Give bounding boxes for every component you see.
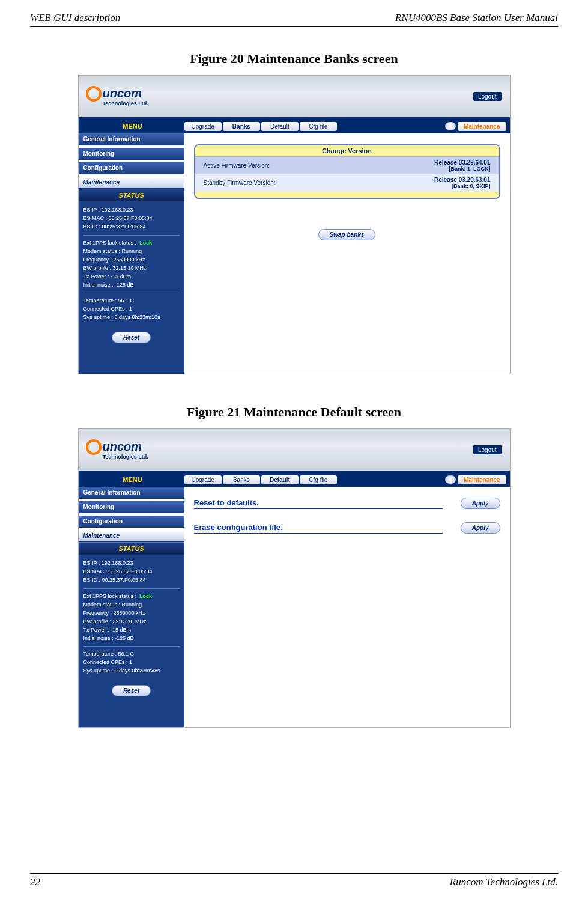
- nav-configuration[interactable]: Configuration: [79, 162, 184, 174]
- app-header: uncom Technologies Ltd. Logout: [79, 429, 510, 472]
- status-bs-ip: BS IP : 192.168.0.23: [83, 559, 180, 568]
- logo-swoosh-icon: [86, 86, 102, 102]
- status-bs-ip: BS IP : 192.168.0.23: [83, 206, 180, 215]
- status-temperature: Temperature : 56.1 C: [83, 650, 180, 659]
- menu-label: MENU: [82, 476, 183, 483]
- sidebar: General Information Monitoring Configura…: [79, 133, 184, 374]
- status-frequency: Frequency : 2560000 kHz: [83, 256, 180, 264]
- reset-button[interactable]: Reset: [112, 685, 151, 696]
- screenshot-banks: uncom Technologies Ltd. Logout MENU Upgr…: [78, 75, 511, 374]
- app-header: uncom Technologies Ltd. Logout: [79, 76, 510, 119]
- tab-cfg-file[interactable]: Cfg file: [300, 122, 337, 131]
- menu-bar: MENU Upgrade Banks Default Cfg file Main…: [79, 472, 510, 487]
- status-bw-profile: BW profile : 32:15 10 MHz: [83, 618, 180, 626]
- nav-general-information[interactable]: General Information: [79, 133, 184, 145]
- indicator-pill: Maintenance: [458, 475, 506, 484]
- erase-config-row: Erase configuration file. Apply: [194, 522, 500, 534]
- status-modem: Modem status : Running: [83, 601, 180, 609]
- tab-upgrade[interactable]: Upgrade: [184, 122, 222, 131]
- indicator-pill: Maintenance: [458, 122, 506, 131]
- active-firmware-value: Release 03.29.64.01 [Bank: 1, LOCK]: [434, 159, 490, 172]
- tab-upgrade[interactable]: Upgrade: [184, 475, 222, 484]
- active-firmware-label: Active Firmware Version:: [204, 162, 270, 169]
- status-connected-cpes: Connected CPEs : 1: [83, 305, 180, 314]
- menu-bar: MENU Upgrade Banks Default Cfg file Main…: [79, 119, 510, 133]
- status-initial-noise: Initial noise : -125 dB: [83, 281, 180, 290]
- logo-swoosh-icon: [86, 439, 102, 455]
- header-right: RNU4000BS Base Station User Manual: [395, 12, 558, 24]
- header-left: WEB GUI description: [30, 12, 120, 24]
- status-header: STATUS: [79, 542, 184, 555]
- standby-firmware-label: Standby Firmware Version:: [204, 180, 276, 186]
- content-default: Reset to defaults. Apply Erase configura…: [184, 487, 510, 727]
- logo: uncom Technologies Ltd.: [79, 82, 156, 111]
- tab-default[interactable]: Default: [261, 475, 299, 484]
- change-version-table: Change Version Active Firmware Version: …: [194, 144, 500, 199]
- status-sys-uptime: Sys uptime : 0 days 0h:23m:48s: [83, 667, 180, 675]
- standby-firmware-row: Standby Firmware Version: Release 03.29.…: [195, 174, 499, 192]
- change-version-header: Change Version: [195, 145, 499, 157]
- status-block: BS IP : 192.168.0.23 BS MAC : 00:25:37:F…: [79, 201, 184, 327]
- nav-monitoring[interactable]: Monitoring: [79, 501, 184, 513]
- footer-company: Runcom Technologies Ltd.: [450, 876, 558, 888]
- tab-default[interactable]: Default: [261, 122, 299, 131]
- reset-row: Reset: [79, 680, 184, 702]
- swap-banks-button[interactable]: Swap banks: [318, 229, 376, 240]
- status-bw-profile: BW profile : 32:15 10 MHz: [83, 264, 180, 273]
- status-modem: Modem status : Running: [83, 248, 180, 256]
- nav-maintenance[interactable]: Maintenance: [79, 530, 184, 542]
- logo-sub: Technologies Ltd.: [103, 454, 148, 460]
- indicator-dot-icon: [445, 475, 456, 484]
- nav-monitoring[interactable]: Monitoring: [79, 148, 184, 160]
- figure-20-caption: Figure 20 Maintenance Banks screen: [30, 51, 558, 67]
- apply-reset-button[interactable]: Apply: [461, 498, 500, 509]
- logo-main: uncom: [103, 440, 148, 454]
- status-temperature: Temperature : 56.1 C: [83, 297, 180, 305]
- content-banks: Change Version Active Firmware Version: …: [184, 133, 510, 374]
- status-connected-cpes: Connected CPEs : 1: [83, 659, 180, 667]
- tab-cfg-file[interactable]: Cfg file: [300, 475, 337, 484]
- status-block: BS IP : 192.168.0.23 BS MAC : 00:25:37:F…: [79, 555, 184, 680]
- reset-row: Reset: [79, 327, 184, 349]
- logout-link[interactable]: Logout: [473, 445, 502, 454]
- page-footer: 22 Runcom Technologies Ltd.: [30, 873, 558, 888]
- breadcrumb-indicator: Maintenance: [445, 475, 506, 484]
- reset-to-defaults-row: Reset to defaults. Apply: [194, 498, 500, 509]
- status-tx-power: Tx Power : -15 dBm: [83, 626, 180, 635]
- reset-to-defaults-label: Reset to defaults.: [194, 498, 443, 509]
- status-pps: Ext 1PPS lock status : Lock: [83, 593, 180, 601]
- status-sys-uptime: Sys uptime : 0 days 0h:23m:10s: [83, 314, 180, 322]
- apply-erase-button[interactable]: Apply: [461, 522, 500, 534]
- indicator-dot-icon: [445, 122, 456, 130]
- status-initial-noise: Initial noise : -125 dB: [83, 635, 180, 643]
- logout-link[interactable]: Logout: [473, 92, 502, 101]
- menu-label: MENU: [82, 123, 183, 130]
- active-firmware-row: Active Firmware Version: Release 03.29.6…: [195, 157, 499, 174]
- footer-page-number: 22: [30, 876, 40, 888]
- breadcrumb-indicator: Maintenance: [445, 122, 506, 131]
- status-header: STATUS: [79, 189, 184, 201]
- sidebar: General Information Monitoring Configura…: [79, 487, 184, 727]
- logo: uncom Technologies Ltd.: [79, 435, 156, 465]
- standby-firmware-value: Release 03.29.63.01 [Bank: 0, SKIP]: [434, 177, 490, 189]
- nav-general-information[interactable]: General Information: [79, 487, 184, 499]
- status-tx-power: Tx Power : -15 dBm: [83, 273, 180, 281]
- status-bs-id: BS ID : 00:25:37:F0:05:84: [83, 576, 180, 585]
- screenshot-default: uncom Technologies Ltd. Logout MENU Upgr…: [78, 428, 511, 728]
- logo-sub: Technologies Ltd.: [103, 100, 148, 106]
- tab-banks[interactable]: Banks: [223, 475, 260, 484]
- logo-main: uncom: [103, 87, 148, 100]
- status-bs-id: BS ID : 00:25:37:F0:05:84: [83, 223, 180, 231]
- nav-maintenance[interactable]: Maintenance: [79, 177, 184, 189]
- page-running-header: WEB GUI description RNU4000BS Base Stati…: [30, 12, 558, 27]
- erase-config-label: Erase configuration file.: [194, 523, 443, 534]
- status-frequency: Frequency : 2560000 kHz: [83, 609, 180, 618]
- nav-configuration[interactable]: Configuration: [79, 516, 184, 528]
- status-pps: Ext 1PPS lock status : Lock: [83, 239, 180, 248]
- status-bs-mac: BS MAC : 00:25:37:F0:05:84: [83, 568, 180, 576]
- reset-button[interactable]: Reset: [112, 332, 151, 343]
- status-bs-mac: BS MAC : 00:25:37:F0:05:84: [83, 215, 180, 223]
- figure-21-caption: Figure 21 Maintenance Default screen: [30, 404, 558, 420]
- tab-banks[interactable]: Banks: [223, 122, 260, 131]
